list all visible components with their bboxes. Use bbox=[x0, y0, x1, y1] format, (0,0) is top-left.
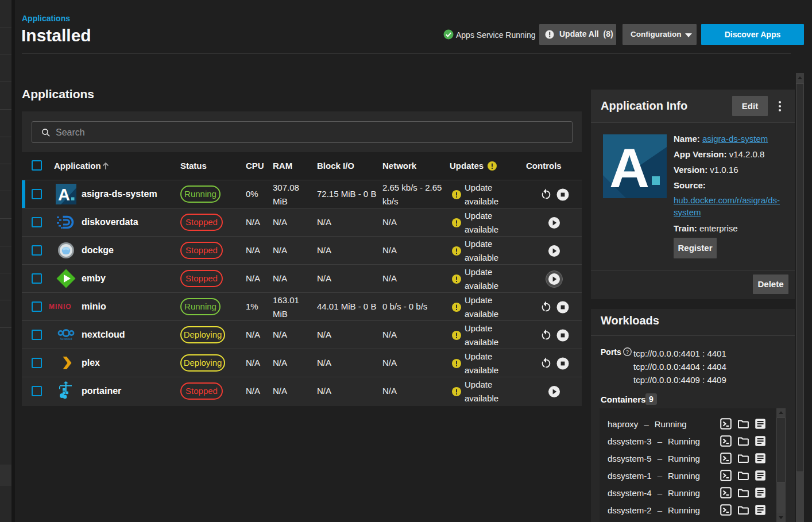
svg-text:MINIO: MINIO bbox=[49, 303, 72, 311]
svg-text:A: A bbox=[609, 137, 649, 198]
svg-text:A: A bbox=[58, 185, 70, 204]
svg-text:?: ? bbox=[626, 349, 629, 355]
svg-text:Nextcloud: Nextcloud bbox=[60, 338, 72, 341]
